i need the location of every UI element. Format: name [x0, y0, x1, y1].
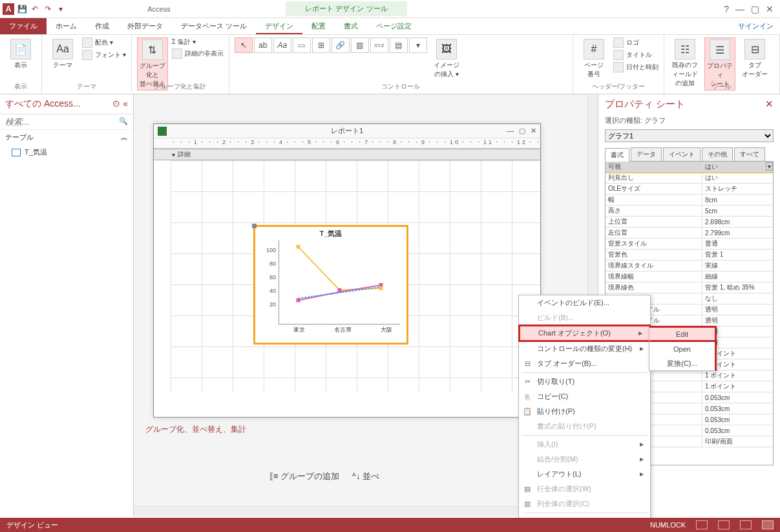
add-sort-button[interactable]: ᴬ↓ 並べ: [352, 471, 379, 482]
menu-cut[interactable]: ✂切り取り(T): [519, 374, 650, 389]
layout-view-icon[interactable]: [740, 520, 752, 529]
tab-format[interactable]: 書式: [335, 18, 367, 34]
tab-design[interactable]: デザイン: [256, 18, 302, 34]
pointer-icon[interactable]: ↖: [235, 37, 253, 53]
totals-button[interactable]: Σ 集計 ▾: [172, 37, 224, 47]
menu-chart-object[interactable]: Chart オブジェクト(O)▶: [518, 325, 651, 342]
menu-tab-order[interactable]: ⊟タブ オーダー(B)...: [519, 356, 650, 371]
property-row[interactable]: 背景スタイル普通: [606, 239, 773, 250]
property-row[interactable]: 幅8cm: [606, 195, 773, 206]
label-icon[interactable]: Aa: [273, 37, 291, 53]
menu-change-control[interactable]: コントロールの種類の変更(H)▶: [519, 341, 650, 356]
numlock-indicator: NUMLOCK: [650, 521, 686, 529]
combo-icon[interactable]: ▥: [351, 37, 369, 53]
detail-section-bar[interactable]: ▾詳細: [154, 149, 540, 160]
design-view-icon[interactable]: [762, 520, 774, 529]
resize-handle[interactable]: [252, 224, 257, 228]
property-row[interactable]: 背景色背景 1: [606, 250, 773, 261]
property-row[interactable]: 列見出しはい: [606, 173, 773, 184]
tab-page-setup[interactable]: ページ設定: [367, 18, 421, 34]
fonts-button[interactable]: フォント ▾: [82, 50, 126, 60]
group-header-footer: #ページ 番号 ロゴ タイトル 日付と時刻 ヘッダー/フッター: [573, 35, 664, 94]
report-window: レポート1 —▢✕ ・・・1・・・2・・・3・・・4・・・5・・・6・・・7・・…: [153, 123, 541, 418]
title-button[interactable]: タイトル: [613, 50, 659, 60]
controls-gallery[interactable]: ↖ ab Aa ▭ ⊞ 🔗 ▥ XYZ ▤ ▾: [235, 37, 427, 53]
page-number-button[interactable]: #ページ 番号: [578, 37, 609, 80]
hide-details-button[interactable]: 詳細の非表示: [172, 48, 224, 59]
object-selector[interactable]: グラフ1: [605, 129, 774, 142]
close-icon[interactable]: ✕: [766, 4, 774, 14]
tab-home[interactable]: ホーム: [47, 18, 86, 34]
tab-create[interactable]: 作成: [86, 18, 118, 34]
horizontal-ruler[interactable]: ・・・1・・・2・・・3・・・4・・・5・・・6・・・7・・・8・・・9・・・1…: [154, 138, 540, 149]
group-label: コントロール: [235, 82, 567, 91]
add-fields-button[interactable]: ☷既存のフィールド の追加: [669, 37, 701, 89]
property-row[interactable]: 高さ5cm: [606, 206, 773, 217]
button-icon[interactable]: ▭: [293, 37, 311, 53]
redo-icon[interactable]: ↷: [43, 4, 53, 14]
design-grid[interactable]: T_気温 10080604020 東京名: [171, 160, 540, 393]
colors-button[interactable]: 配色 ▾: [82, 37, 126, 48]
chart-object[interactable]: T_気温 10080604020 東京名: [253, 225, 408, 345]
chevron-down-icon[interactable]: ⊙ «: [112, 98, 128, 110]
prop-tab-event[interactable]: イベント: [663, 147, 701, 161]
property-row[interactable]: 上位置2.698cm: [606, 217, 773, 228]
datetime-button[interactable]: 日付と時刻: [613, 62, 659, 72]
logo-button[interactable]: ロゴ: [613, 37, 659, 48]
property-row[interactable]: 可視はい ▾: [606, 162, 773, 173]
signin-link[interactable]: サインイン: [732, 18, 780, 34]
tab-icon[interactable]: ⊞: [312, 37, 330, 53]
more-icon[interactable]: ▾: [409, 37, 427, 53]
prop-tab-data[interactable]: データ: [631, 147, 662, 161]
nav-header[interactable]: すべての Access...⊙ «: [0, 94, 133, 114]
save-icon[interactable]: 💾: [17, 4, 27, 14]
property-row[interactable]: 境界線色背景 1, 暗め 35%: [606, 282, 773, 293]
expand-icon: ▾: [172, 151, 175, 158]
prop-tab-all[interactable]: すべて: [734, 147, 765, 161]
xyz-icon[interactable]: XYZ: [370, 37, 388, 53]
search-input[interactable]: [5, 117, 119, 127]
menu-layout[interactable]: レイアウト(L)▶: [519, 467, 650, 482]
svg-rect-4: [379, 286, 383, 290]
tab-order-button[interactable]: ⊟タブ オーダー: [739, 37, 770, 80]
submenu-convert[interactable]: 変換(C)...: [649, 356, 715, 370]
tab-external[interactable]: 外部データ: [118, 18, 172, 34]
submenu-open[interactable]: Open: [649, 342, 715, 356]
undo-icon[interactable]: ↶: [30, 4, 40, 14]
tab-arrange[interactable]: 配置: [302, 18, 335, 34]
link-icon[interactable]: 🔗: [332, 37, 350, 53]
add-group-button[interactable]: ⟦≡ グループの追加: [269, 471, 339, 482]
property-row[interactable]: OLEサイズストレッチ: [606, 184, 773, 195]
submenu-edit[interactable]: Edit: [649, 328, 715, 342]
qat-customize-icon[interactable]: ▾: [56, 4, 66, 14]
prop-tab-other[interactable]: その他: [702, 147, 733, 161]
menu-paste[interactable]: 📋貼り付け(P): [519, 404, 650, 419]
tab-file[interactable]: ファイル: [0, 18, 47, 34]
menu-copy[interactable]: ⎘コピー(C): [519, 389, 650, 404]
help-icon[interactable]: ?: [724, 4, 729, 14]
search-icon[interactable]: 🔍: [119, 117, 128, 127]
list-icon[interactable]: ▤: [390, 37, 408, 53]
nav-item-table[interactable]: T_気温: [0, 145, 133, 160]
property-row[interactable]: 境界線スタイル実線: [606, 261, 773, 271]
status-view-label: デザイン ビュー: [6, 520, 58, 530]
close-icon[interactable]: ✕: [765, 98, 774, 111]
property-row[interactable]: 境界線幅細線: [606, 271, 773, 282]
report-view-icon[interactable]: [696, 520, 708, 529]
theme-button[interactable]: Aaテーマ: [47, 37, 78, 71]
property-row[interactable]: 左位置2.799cm: [606, 228, 773, 239]
menu-merge: 結合/分割(M)▶: [519, 452, 650, 467]
textbox-icon[interactable]: ab: [254, 37, 272, 53]
tab-dbtools[interactable]: データベース ツール: [172, 18, 256, 34]
ribbon: 📄表示 表示 Aaテーマ 配色 ▾ フォント ▾ テーマ ⇅グループ化と 並べ替…: [0, 35, 780, 94]
view-button[interactable]: 📄表示: [5, 37, 36, 71]
minimize-icon[interactable]: —: [735, 4, 744, 14]
menu-event-build[interactable]: イベントのビルド(E)...: [519, 295, 650, 310]
restore-icon[interactable]: ▢: [751, 4, 759, 14]
collapse-icon[interactable]: ︽: [121, 133, 128, 142]
nav-category-tables[interactable]: テーブル︽: [0, 130, 133, 145]
prop-tab-format[interactable]: 書式: [605, 148, 629, 162]
print-preview-icon[interactable]: [718, 520, 730, 529]
report-titlebar[interactable]: レポート1 —▢✕: [154, 124, 540, 138]
insert-image-button[interactable]: 🖼イメージ の挿入 ▾: [431, 37, 462, 80]
